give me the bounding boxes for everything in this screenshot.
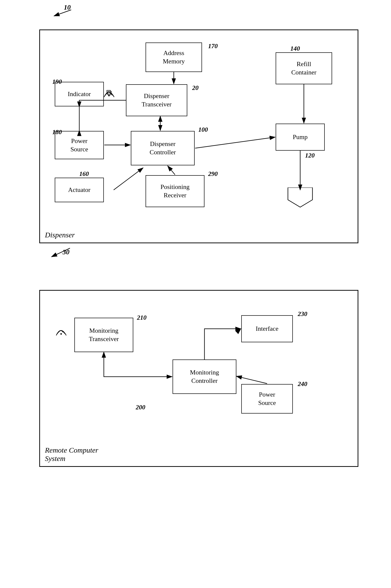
monitoring-controller-box: MonitoringController bbox=[173, 359, 236, 394]
svg-point-17 bbox=[60, 333, 62, 335]
pump-ref-label: 120 bbox=[305, 152, 315, 159]
dispenser-controller-ref: 100 bbox=[198, 126, 208, 134]
power-source-box-bottom: PowerSource bbox=[241, 384, 293, 414]
refill-container-ref: 140 bbox=[290, 45, 300, 52]
svg-line-6 bbox=[195, 137, 275, 148]
dispenser-controller-box: DispenserController bbox=[131, 131, 195, 165]
positioning-receiver-box: PositioningReceiver bbox=[146, 175, 204, 207]
interface-box: Interface bbox=[241, 315, 293, 342]
top-diagram-ref-label: 10 bbox=[64, 3, 71, 11]
bottom-diagram-box: Remote ComputerSystem MonitoringTranscei… bbox=[39, 290, 358, 467]
indicator-ref: 190 bbox=[52, 78, 62, 86]
monitoring-transceiver-ref: 210 bbox=[137, 314, 147, 321]
dispenser-label: Dispenser bbox=[45, 231, 75, 239]
svg-line-21 bbox=[236, 376, 267, 384]
wireless-icon-monitoring bbox=[56, 325, 70, 340]
monitoring-transceiver-box: MonitoringTransceiver bbox=[74, 318, 133, 352]
pump-box: Pump bbox=[276, 124, 325, 151]
bottom-diagram-ref-label: 30 bbox=[63, 248, 70, 256]
power-source-ref-bottom: 240 bbox=[298, 380, 307, 388]
power-source-ref: 180 bbox=[52, 129, 62, 136]
actuator-box: Actuator bbox=[55, 178, 104, 202]
nozzle-shape bbox=[281, 187, 320, 217]
svg-point-0 bbox=[108, 95, 110, 96]
interface-ref: 230 bbox=[298, 310, 307, 318]
dispenser-transceiver-ref: 20 bbox=[192, 84, 198, 92]
actuator-ref: 160 bbox=[79, 170, 89, 178]
monitoring-controller-ref: 200 bbox=[136, 404, 145, 411]
dispenser-transceiver-box: DispenserTransceiver bbox=[126, 84, 187, 116]
svg-line-20 bbox=[237, 329, 241, 332]
svg-line-11 bbox=[168, 166, 175, 175]
svg-line-10 bbox=[114, 168, 143, 190]
power-source-box-top: PowerSource bbox=[55, 131, 104, 159]
address-memory-box: AddressMemory bbox=[146, 42, 202, 72]
refill-container-box: RefillContainer bbox=[276, 52, 332, 84]
ref30-arrow bbox=[0, 243, 98, 268]
address-memory-ref: 170 bbox=[208, 42, 218, 50]
wireless-icon-dispenser: ⧉ bbox=[106, 88, 112, 97]
positioning-receiver-ref: 290 bbox=[208, 170, 218, 178]
remote-computer-label: Remote ComputerSystem bbox=[45, 446, 98, 463]
svg-marker-12 bbox=[288, 187, 312, 207]
indicator-box: Indicator bbox=[55, 82, 104, 106]
top-diagram-box: Dispenser AddressMemory 170 DispenserTra… bbox=[39, 29, 358, 243]
